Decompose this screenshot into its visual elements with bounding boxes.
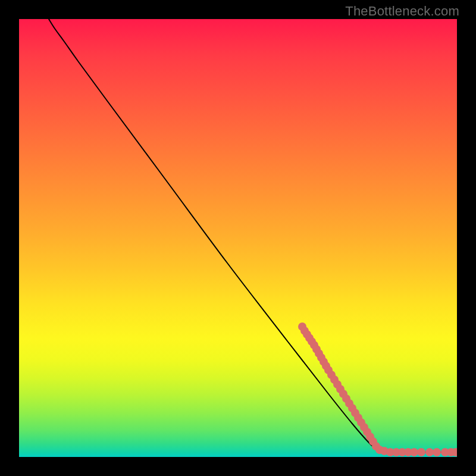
- scatter-point: [410, 448, 418, 456]
- scatter-point: [417, 448, 425, 456]
- scatter-points: [298, 322, 457, 456]
- watermark-text: TheBottleneck.com: [345, 4, 459, 19]
- plot-area: [19, 19, 457, 457]
- scatter-point: [433, 448, 441, 456]
- chart-frame: TheBottleneck.com: [0, 0, 476, 476]
- scatter-point: [425, 448, 434, 456]
- chart-svg: [19, 19, 457, 457]
- curve-line: [49, 19, 457, 452]
